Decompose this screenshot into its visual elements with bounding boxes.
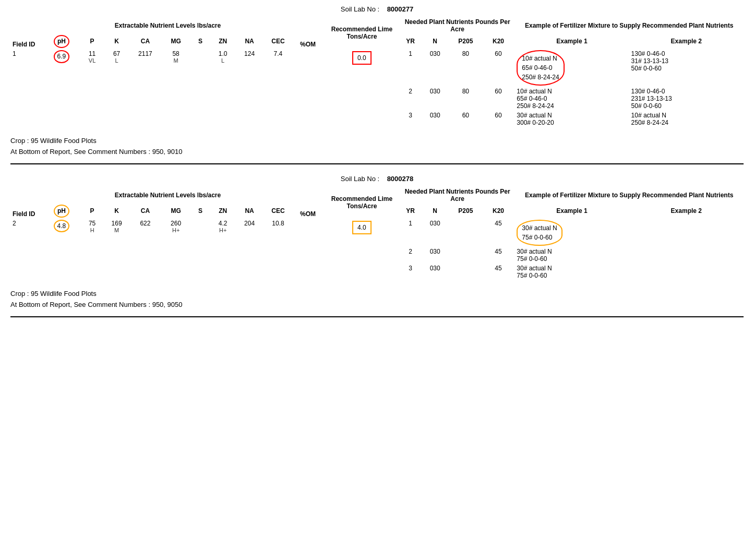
k20-cell-2: 60	[482, 111, 515, 127]
pom-header: %OM	[292, 187, 324, 219]
table-header-row-1: Field ID Extractable Nutrient Levels lbs…	[10, 187, 744, 204]
n-cell-1: 030	[421, 87, 449, 111]
extractable-header: Extractable Nutrient Levels lbs/acre	[43, 17, 293, 34]
zn-cell: 1.0 L	[211, 49, 235, 132]
ph-header: pH	[43, 34, 80, 49]
lime-header: Recommended Lime Tons/Acre	[324, 17, 400, 49]
n-cell-0: 030	[421, 219, 449, 247]
ex1-circle: 30# actual N75# 0-0-60	[517, 220, 562, 246]
data-table: Field ID Extractable Nutrient Levels lbs…	[10, 187, 744, 284]
p205-cell-1	[449, 247, 482, 264]
p-sub: H	[82, 227, 102, 233]
k20-header: K20	[482, 34, 515, 49]
n-header: N	[421, 204, 449, 219]
p205-cell-0	[449, 219, 482, 247]
zn-header: ZN	[211, 204, 235, 219]
zn-header: ZN	[211, 34, 235, 49]
k-header: K	[104, 204, 129, 219]
extractable-header: Extractable Nutrient Levels lbs/acre	[43, 187, 293, 204]
ex2-cell-0	[629, 219, 744, 247]
p205-cell-2: 60	[449, 111, 482, 127]
k-sub: M	[106, 227, 127, 233]
data-table: Field ID Extractable Nutrient Levels lbs…	[10, 17, 744, 132]
na-cell: 204	[235, 219, 264, 284]
ex1-header: Example 1	[514, 204, 629, 219]
yr-cell-2: 3	[400, 264, 421, 280]
table-header-row-1: Field ID Extractable Nutrient Levels lbs…	[10, 17, 744, 34]
lime-box: 0.0	[352, 51, 372, 65]
mg-header: MG	[162, 34, 190, 49]
soil-lab-label: Soil Lab No :	[341, 5, 379, 13]
soil-lab-header: Soil Lab No : 8000277	[10, 5, 744, 13]
p205-header: P205	[449, 204, 482, 219]
mg-cell: 260 H+	[162, 219, 190, 284]
yr-cell-1: 2	[400, 247, 421, 264]
p-cell: 11 VL	[80, 49, 104, 132]
zn-cell: 4.2 H+	[211, 219, 235, 284]
report-section-1: Soil Lab No : 8000277 Field ID Extractab…	[10, 5, 744, 164]
table-row: 2 4.8 75 H 169 M 622 260 H+ 4.2 H+ 204 1…	[10, 219, 744, 247]
mg-header: MG	[162, 204, 190, 219]
cec-cell: 10.8	[264, 219, 292, 284]
p-header: P	[80, 34, 104, 49]
k-cell: 67 L	[104, 49, 129, 132]
n-header: N	[421, 34, 449, 49]
ex1-circle: 10# actual N65# 0-46-0250# 8-24-24	[517, 50, 564, 86]
cec-header: CEC	[264, 204, 292, 219]
p-sub: VL	[82, 57, 102, 64]
field-id-cell: 2	[10, 219, 43, 284]
ca-header: CA	[129, 34, 162, 49]
ex1-line: 250# 8-24-24	[522, 73, 559, 82]
field-id-header: Field ID	[10, 187, 43, 219]
ex2-cell-1: 130# 0-46-0231# 13-13-1350# 0-0-60	[629, 87, 744, 111]
p-header: P	[80, 204, 104, 219]
s-header: S	[190, 34, 211, 49]
k20-header: K20	[482, 204, 515, 219]
ex1-cell-0: 10# actual N65# 0-46-0250# 8-24-24	[514, 49, 629, 87]
ca-cell: 622	[129, 219, 162, 284]
ex1-cell-1: 10# actual N65# 0-46-0250# 8-24-24	[514, 87, 629, 111]
ex1-cell-2: 30# actual N75# 0-0-60	[514, 264, 629, 280]
ex1-cell-2: 30# actual N300# 0-20-20	[514, 111, 629, 127]
ex2-header: Example 2	[629, 204, 744, 219]
yr-header: YR	[400, 34, 421, 49]
needed-header: Needed Plant Nutrients Pounds Per Acre	[400, 187, 514, 204]
p205-cell-2	[449, 264, 482, 280]
ex2-cell-1	[629, 247, 744, 264]
na-cell: 124	[235, 49, 264, 132]
na-header: NA	[235, 204, 264, 219]
fertilizer-header: Example of Fertilizer Mixture to Supply …	[514, 187, 744, 204]
zn-sub: L	[213, 57, 233, 64]
k20-cell-0: 45	[482, 219, 515, 247]
n-cell-2: 030	[421, 264, 449, 280]
comment-info: At Bottom of Report, See Comment Numbers…	[10, 148, 744, 156]
p205-header: P205	[449, 34, 482, 49]
ex1-cell-0: 30# actual N75# 0-0-60	[514, 219, 629, 247]
ex1-line: 10# actual N	[522, 54, 559, 63]
ex2-cell-2: 10# actual N250# 8-24-24	[629, 111, 744, 127]
field-id-cell: 1	[10, 49, 43, 132]
ph-value-circle: 6.9	[54, 50, 70, 63]
comment-info: At Bottom of Report, See Comment Numbers…	[10, 301, 744, 308]
soil-lab-no: 8000278	[387, 175, 414, 183]
cec-header: CEC	[264, 34, 292, 49]
ex1-line: 65# 0-46-0	[522, 63, 559, 73]
ex1-line: 30# actual N	[522, 223, 557, 233]
needed-header: Needed Plant Nutrients Pounds Per Acre	[400, 17, 514, 34]
info-section: Crop : 95 Wildlife Food PlotsAt Bottom o…	[10, 290, 744, 308]
yr-cell-2: 3	[400, 111, 421, 127]
lime-cell: 4.0	[324, 219, 400, 284]
n-cell-0: 030	[421, 49, 449, 87]
ph-circle: pH	[54, 205, 69, 218]
ph-cell: 4.8	[43, 219, 80, 284]
cec-cell: 7.4	[264, 49, 292, 132]
yr-header: YR	[400, 204, 421, 219]
yr-cell-0: 1	[400, 49, 421, 87]
mg-cell: 58 M	[162, 49, 190, 132]
table-row: 1 6.9 11 VL 67 L 2117 58 M 1.0 L 124 7.4…	[10, 49, 744, 87]
pom-header: %OM	[292, 17, 324, 49]
k-sub: L	[106, 57, 127, 64]
ph-header: pH	[43, 204, 80, 219]
ph-cell: 6.9	[43, 49, 80, 132]
info-section: Crop : 95 Wildlife Food PlotsAt Bottom o…	[10, 137, 744, 156]
